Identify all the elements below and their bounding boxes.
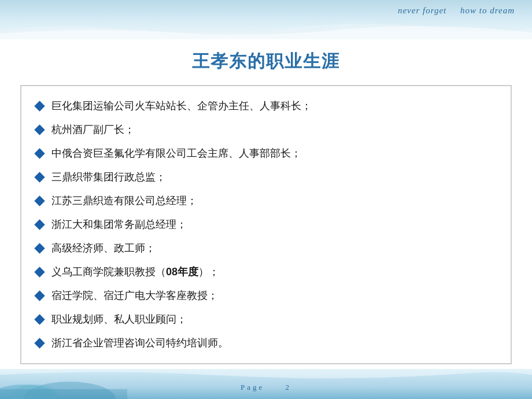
bottom-decorative-bar: Page 2 (0, 369, 532, 399)
page-label: Page (241, 383, 264, 391)
list-item: 高级经济师、政工师； (33, 241, 499, 256)
bullet-shape (34, 124, 45, 135)
bullet-icon-2 (33, 123, 46, 136)
item-text-3: 中俄合资巨圣氟化学有限公司工会主席、人事部部长； (51, 146, 499, 161)
list-item: 职业规划师、私人职业顾问； (33, 312, 499, 327)
item-text-8-before: 义乌工商学院兼职教授（ (51, 266, 166, 278)
bullet-shape (34, 267, 45, 277)
bullet-shape (34, 290, 45, 301)
list-item: 中俄合资巨圣氟化学有限公司工会主席、人事部部长； (33, 146, 499, 161)
top-decorative-bar: never forget how to dream (0, 0, 532, 39)
bullet-icon-11 (33, 337, 46, 349)
slide-container: never forget how to dream 王孝东的职业生涯 巨化集团运… (0, 0, 532, 399)
bullet-icon-3 (33, 147, 46, 160)
bullet-shape (34, 219, 45, 230)
title-section: 王孝东的职业生涯 (0, 39, 532, 80)
svg-rect-3 (0, 389, 127, 399)
list-item: 义乌工商学院兼职教授（08年度）； (33, 264, 499, 280)
item-text-5: 江苏三鼎织造有限公司总经理； (51, 193, 499, 209)
item-text-2: 杭州酒厂副厂长； (51, 122, 499, 138)
item-text-1: 巨化集团运输公司火车站站长、企管办主任、人事科长； (51, 98, 499, 114)
bullet-shape (34, 338, 45, 348)
bullet-shape (34, 172, 45, 182)
bullet-icon-6 (33, 218, 46, 231)
slide-title: 王孝东的职业生涯 (12, 50, 520, 73)
item-text-8: 义乌工商学院兼职教授（08年度）； (51, 264, 499, 280)
page-num: 2 (286, 383, 292, 391)
bottom-landscape-svg (0, 369, 127, 399)
list-item: 江苏三鼎织造有限公司总经理； (33, 193, 499, 209)
bullet-icon-1 (33, 99, 46, 112)
tagline-never: never forget (398, 6, 446, 15)
tagline-dream: how to dream (460, 6, 515, 15)
item-text-4: 三鼎织带集团行政总监； (51, 169, 499, 185)
tagline: never forget how to dream (398, 6, 515, 16)
bullet-icon-10 (33, 313, 46, 326)
bullet-icon-9 (33, 289, 46, 302)
bullet-icon-7 (33, 242, 46, 254)
content-area: 巨化集团运输公司火车站站长、企管办主任、人事科长； 杭州酒厂副厂长； 中俄合资巨… (0, 80, 532, 369)
bullet-icon-4 (33, 171, 46, 183)
list-item: 三鼎织带集团行政总监； (33, 169, 499, 185)
bullet-icon-8 (33, 265, 46, 278)
list-item: 巨化集团运输公司火车站站长、企管办主任、人事科长； (33, 98, 499, 114)
list-item: 杭州酒厂副厂长； (33, 122, 499, 138)
item-text-9: 宿迁学院、宿迁广电大学客座教授； (51, 288, 499, 304)
page-number: Page 2 (241, 383, 291, 392)
item-text-6: 浙江大和集团常务副总经理； (51, 217, 499, 232)
item-text-8-after: ）； (198, 266, 219, 278)
item-text-11: 浙江省企业管理咨询公司特约培训师。 (51, 335, 499, 351)
bullet-icon-5 (33, 194, 46, 207)
item-text-8-bold: 08年度 (166, 266, 198, 278)
item-text-7: 高级经济师、政工师； (51, 241, 499, 256)
content-box: 巨化集团运输公司火车站站长、企管办主任、人事科长； 杭州酒厂副厂长； 中俄合资巨… (20, 85, 512, 364)
top-wave-svg (0, 22, 532, 39)
bullet-shape (34, 243, 45, 253)
item-text-10: 职业规划师、私人职业顾问； (51, 312, 499, 327)
bullet-shape (34, 148, 45, 158)
list-item: 浙江大和集团常务副总经理； (33, 217, 499, 232)
bullet-shape (34, 195, 45, 206)
list-item: 宿迁学院、宿迁广电大学客座教授； (33, 288, 499, 304)
bullet-shape (34, 101, 45, 111)
bullet-shape (34, 314, 45, 324)
list-item: 浙江省企业管理咨询公司特约培训师。 (33, 335, 499, 351)
